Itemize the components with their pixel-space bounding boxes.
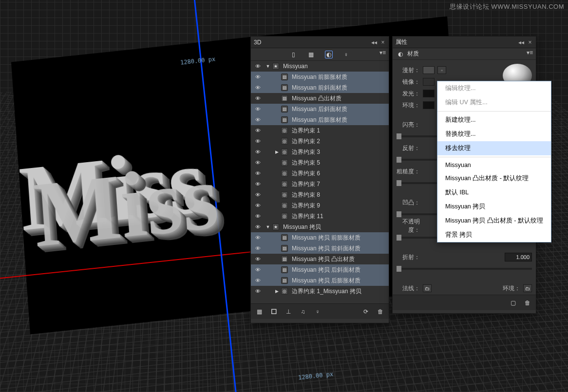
context-menu-item[interactable]: 编辑 UV 属性... <box>437 95 551 110</box>
visibility-toggle-icon[interactable]: 👁 <box>254 224 262 230</box>
3d-scene-tree[interactable]: 👁▼★Missyuan👁▨Missyuan 前膨胀材质👁▨Missyuan 前斜… <box>251 61 389 303</box>
refract-value[interactable]: 1.000 <box>505 253 532 261</box>
visibility-toggle-icon[interactable]: 👁 <box>254 74 262 80</box>
constraint-row[interactable]: 👁◎边界约束 7 <box>251 179 389 189</box>
context-menu-item[interactable]: Missyuan 拷贝 <box>437 200 551 214</box>
constraint-row[interactable]: 👁◎边界约束 2 <box>251 136 389 147</box>
expand-caret-icon[interactable]: ▼ <box>265 224 270 229</box>
constraint-row[interactable]: 👁◎边界约束 6 <box>251 168 389 179</box>
filter-scene-icon[interactable]: ▯ <box>290 51 298 58</box>
visibility-toggle-icon[interactable]: 👁 <box>254 288 262 294</box>
diffuse-swatch[interactable] <box>423 66 435 74</box>
render-icon[interactable]: ⟳ <box>361 307 370 316</box>
material-row[interactable]: 👁▨Missyuan 凸出材质 <box>251 93 389 104</box>
opacity-label: 不透明度： <box>397 218 420 234</box>
normal-folder-button[interactable]: 🗀 <box>423 284 432 292</box>
constraint-row[interactable]: 👁◎边界约束 8 <box>251 189 389 200</box>
context-menu-item[interactable]: 默认 IBL <box>437 186 551 200</box>
material-row[interactable]: 👁▨Missyuan 拷贝 前斜面材质 <box>251 243 389 254</box>
constraint-row[interactable]: 👁▶◎边界约束 3 <box>251 147 389 157</box>
panel-close-icon[interactable]: × <box>380 39 386 45</box>
visibility-toggle-icon[interactable]: 👁 <box>254 138 262 144</box>
visibility-toggle-icon[interactable]: 👁 <box>254 95 262 101</box>
context-menu-item[interactable]: 新建纹理... <box>437 113 551 127</box>
emission-swatch[interactable] <box>423 90 435 97</box>
filter-material-icon[interactable]: ◐ <box>325 51 333 58</box>
visibility-toggle-icon[interactable]: 👁 <box>254 267 262 273</box>
trash-icon[interactable]: 🗑 <box>523 299 532 307</box>
context-menu-item[interactable]: 背景 拷贝 <box>437 228 551 242</box>
visibility-toggle-icon[interactable]: 👁 <box>254 192 262 198</box>
item-label: 边界约束 11 <box>292 212 323 221</box>
context-menu-item[interactable]: Missyuan 凸出材质 - 默认纹理 <box>437 171 551 186</box>
footer-new-icon[interactable]: ▢ <box>509 299 517 307</box>
panel-collapse-icon[interactable]: ◂◂ <box>518 39 524 45</box>
env-folder-button[interactable]: 🗀 <box>523 284 532 292</box>
panel-menu-icon[interactable]: ▾≡ <box>525 49 535 56</box>
mesh-group-row[interactable]: 👁▼★Missyuan 拷贝 <box>251 222 389 232</box>
specular-swatch[interactable] <box>423 78 435 86</box>
visibility-toggle-icon[interactable]: 👁 <box>254 160 262 166</box>
visibility-toggle-icon[interactable]: 👁 <box>254 63 262 69</box>
trash-icon[interactable]: 🗑 <box>376 307 385 316</box>
material-row[interactable]: 👁▨Missyuan 前膨胀材质 <box>251 72 389 82</box>
material-row[interactable]: 👁▨Missyuan 拷贝 后膨胀材质 <box>251 275 389 286</box>
material-icon: ▨ <box>281 95 288 102</box>
filter-mesh-icon[interactable]: ▦ <box>307 51 315 58</box>
visibility-toggle-icon[interactable]: 👁 <box>254 85 262 91</box>
material-row[interactable]: 👁▨Missyuan 拷贝 前膨胀材质 <box>251 232 389 243</box>
expand-caret-icon[interactable]: ▶ <box>274 149 279 154</box>
expand-caret-icon[interactable]: ▼ <box>265 64 270 69</box>
visibility-toggle-icon[interactable]: 👁 <box>254 170 262 176</box>
constraint-row[interactable]: 👁◎边界约束 1 <box>251 125 389 136</box>
refract-slider[interactable] <box>397 268 532 270</box>
panel-prop-titlebar[interactable]: 属性 ◂◂ × <box>393 37 536 48</box>
context-menu-item[interactable]: 替换纹理... <box>437 127 551 141</box>
context-menu-item[interactable]: Missyuan 拷贝 凸出材质 - 默认纹理 <box>437 214 551 228</box>
visibility-toggle-icon[interactable]: 👁 <box>254 256 262 262</box>
constraint-row[interactable]: 👁◎边界约束 9 <box>251 200 389 211</box>
panel-collapse-icon[interactable]: ◂◂ <box>371 39 377 45</box>
visibility-toggle-icon[interactable]: 👁 <box>254 235 262 241</box>
visibility-toggle-icon[interactable]: 👁 <box>254 213 262 219</box>
footer-btn-2[interactable]: 🞏 <box>269 307 278 316</box>
context-menu-item[interactable]: 移去纹理 <box>437 141 551 155</box>
visibility-toggle-icon[interactable]: 👁 <box>254 149 262 155</box>
footer-btn-5[interactable]: ♀ <box>313 307 322 316</box>
visibility-toggle-icon[interactable]: 👁 <box>254 181 262 187</box>
context-menu-item[interactable]: Missyuan <box>437 159 551 171</box>
panel-close-icon[interactable]: × <box>527 39 533 45</box>
3d-text-object[interactable]: Miss <box>16 127 208 252</box>
material-icon: ▨ <box>281 84 288 91</box>
material-row[interactable]: 👁▨Missyuan 后斜面材质 <box>251 104 389 114</box>
item-label: 边界约束 1 <box>292 127 320 135</box>
constraint-row[interactable]: 👁◎边界约束 5 <box>251 157 389 168</box>
item-label: Missyuan 拷贝 后斜面材质 <box>292 266 360 274</box>
constraint-icon: ◎ <box>281 138 288 145</box>
panel-3d-titlebar[interactable]: 3D ◂◂ × <box>251 37 389 48</box>
material-row[interactable]: 👁▨Missyuan 拷贝 后斜面材质 <box>251 264 389 275</box>
visibility-toggle-icon[interactable]: 👁 <box>254 117 262 123</box>
footer-btn-4[interactable]: ♫ <box>299 307 307 316</box>
panel-menu-icon[interactable]: ▾≡ <box>378 49 388 56</box>
panel-3d-title: 3D <box>254 39 261 46</box>
visibility-toggle-icon[interactable]: 👁 <box>254 245 262 251</box>
material-row[interactable]: 👁▨Missyuan 前斜面材质 <box>251 82 389 93</box>
material-row[interactable]: 👁▨Missyuan 后膨胀材质 <box>251 114 389 125</box>
material-row[interactable]: 👁▨Missyuan 拷贝 凸出材质 <box>251 254 389 264</box>
mesh-group-row[interactable]: 👁▼★Missyuan <box>251 61 389 72</box>
ambient-swatch[interactable] <box>423 101 435 109</box>
material-icon: ◐ <box>397 50 404 58</box>
constraint-row[interactable]: 👁▶◎边界约束 1_Missyuan 拷贝 <box>251 286 389 297</box>
visibility-toggle-icon[interactable]: 👁 <box>254 203 262 208</box>
diffuse-texture-button[interactable]: ▫ <box>437 66 446 74</box>
context-menu-item[interactable]: 编辑纹理... <box>437 81 551 95</box>
constraint-row[interactable]: 👁◎边界约束 11 <box>251 211 389 222</box>
visibility-toggle-icon[interactable]: 👁 <box>254 106 262 112</box>
filter-light-icon[interactable]: ♀ <box>342 51 350 58</box>
visibility-toggle-icon[interactable]: 👁 <box>254 278 262 283</box>
expand-caret-icon[interactable]: ▶ <box>274 289 279 294</box>
footer-btn-1[interactable]: ▦ <box>255 307 264 316</box>
footer-btn-3[interactable]: ⊥ <box>284 307 293 316</box>
visibility-toggle-icon[interactable]: 👁 <box>254 128 262 133</box>
